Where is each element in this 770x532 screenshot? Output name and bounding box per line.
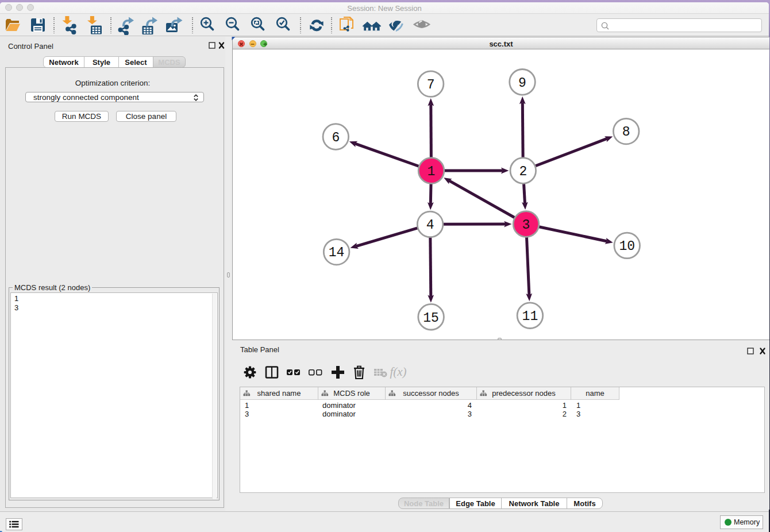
- svg-text:10: 10: [619, 239, 635, 254]
- svg-text:6: 6: [332, 130, 340, 145]
- svg-text:f(x): f(x): [390, 365, 406, 379]
- svg-text:11: 11: [522, 309, 538, 324]
- svg-text:1: 1: [428, 164, 436, 179]
- svg-text:8: 8: [622, 125, 630, 140]
- svg-text:15: 15: [423, 311, 439, 326]
- svg-text:7: 7: [427, 78, 435, 92]
- svg-text:3: 3: [522, 218, 530, 233]
- svg-text:2: 2: [519, 164, 527, 179]
- svg-text:4: 4: [426, 218, 434, 233]
- svg-text:14: 14: [329, 245, 345, 260]
- svg-text:9: 9: [518, 76, 526, 91]
